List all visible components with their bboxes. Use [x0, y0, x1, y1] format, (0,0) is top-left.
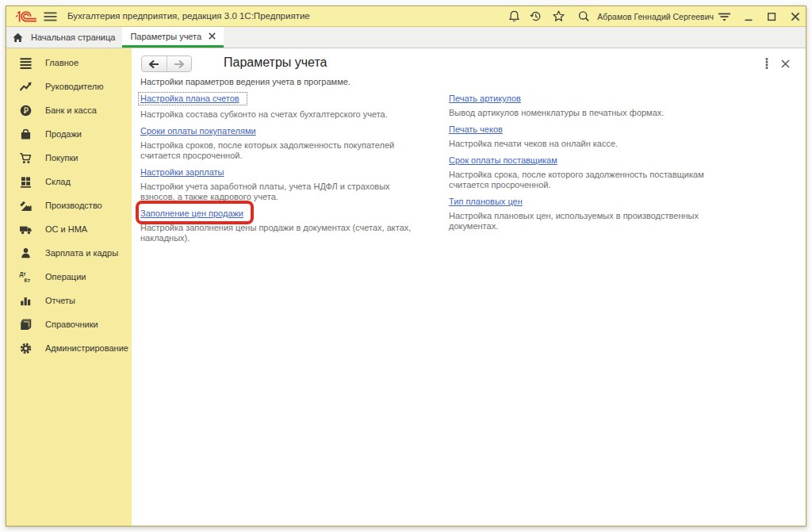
- history-clock-icon[interactable]: [529, 10, 542, 23]
- titlebar-right-cluster: Абрамов Геннадий Сергеевич: [508, 6, 806, 26]
- sidebar-item-label: Склад: [45, 177, 71, 186]
- favorites-star-icon[interactable]: [552, 10, 565, 23]
- user-name[interactable]: Абрамов Геннадий Сергеевич: [597, 12, 714, 21]
- svg-text:Дт: Дт: [20, 271, 27, 277]
- gear-icon: [19, 342, 33, 355]
- maximize-button[interactable]: [765, 10, 778, 23]
- settings-column-left: Настройка плана счетовНастройка состава …: [140, 93, 440, 249]
- settings-item: Заполнение цен продажиНастройка заполнен…: [140, 208, 440, 243]
- tab-home[interactable]: Начальная страница: [6, 27, 122, 48]
- settings-item: Срок оплаты поставщикамНастройка срока, …: [449, 155, 749, 190]
- 1c-logo: [15, 11, 37, 25]
- sidebar-item-1[interactable]: Главное: [6, 51, 132, 75]
- notifications-bell-icon[interactable]: [508, 10, 521, 23]
- sidebar-item-label: Зарплата и кадры: [45, 248, 118, 258]
- settings-item: Настройка плана счетовНастройка состава …: [140, 92, 440, 120]
- sidebar-item-7[interactable]: Производство: [6, 193, 132, 217]
- bag-icon: [19, 128, 33, 141]
- sidebar-item-label: Главное: [45, 58, 79, 67]
- cart-icon: [19, 151, 33, 165]
- settings-item: Настройки зарплатыНастройки учета зарабо…: [140, 166, 440, 202]
- settings-description: Настройки учета заработной платы, учета …: [140, 182, 440, 202]
- highlighted-link-wrapper: Заполнение цен продажи: [140, 208, 243, 220]
- tab-active[interactable]: Параметры учета: [122, 27, 224, 48]
- main-area: ГлавноеРуководителюБанк и кассаПродажиПо…: [6, 48, 806, 526]
- tab-active-label: Параметры учета: [130, 32, 201, 41]
- settings-column-right: Печать артикуловВывод артикулов номенкла…: [449, 93, 749, 237]
- sidebar-item-2[interactable]: Руководителю: [6, 75, 132, 98]
- window-title: Бухгалтерия предприятия, редакция 3.0 1С…: [67, 6, 310, 26]
- forward-button[interactable]: [167, 56, 192, 71]
- svg-text:Кт: Кт: [25, 277, 31, 283]
- warehouse-icon: [19, 175, 33, 189]
- settings-description: Настройка плановых цен, используемых в п…: [449, 211, 749, 232]
- settings-description: Настройка срока, после которого задолжен…: [449, 170, 749, 190]
- trend-up-icon: [19, 80, 33, 94]
- settings-description: Настройка заполнения цены продажи в доку…: [140, 223, 440, 243]
- page-subtitle: Настройки параметров ведения учета в про…: [140, 76, 350, 88]
- sidebar-item-3[interactable]: Банк и касса: [6, 98, 132, 122]
- settings-item: Тип плановых ценНастройка плановых цен, …: [449, 196, 749, 232]
- back-button[interactable]: [142, 56, 167, 71]
- settings-link[interactable]: Сроки оплаты покупателями: [140, 125, 256, 137]
- settings-item: Печать артикуловВывод артикулов номенкла…: [449, 93, 749, 118]
- settings-item: Печать чековНастройка печати чеков на он…: [449, 124, 749, 149]
- sidebar-item-label: Покупки: [45, 153, 78, 163]
- sidebar-item-4[interactable]: Продажи: [6, 122, 132, 146]
- sidebar-item-label: Операции: [45, 272, 86, 281]
- sidebar-item-12[interactable]: Справочники: [6, 312, 132, 336]
- sidebar-item-label: Отчеты: [45, 296, 75, 305]
- service-settings-icon[interactable]: [718, 10, 731, 23]
- settings-description: Настройка печати чеков на онлайн кассе.: [449, 139, 749, 149]
- nav-buttons: [141, 55, 192, 72]
- window-close-button[interactable]: [789, 10, 802, 23]
- settings-link[interactable]: Печать артикулов: [449, 93, 521, 105]
- settings-link[interactable]: Заполнение цен продажи: [140, 208, 243, 220]
- tab-close-icon[interactable]: [209, 33, 216, 40]
- more-dots-icon[interactable]: [761, 58, 772, 69]
- sidebar-item-label: Руководителю: [45, 82, 103, 91]
- tabbar: Начальная страница Параметры учета: [6, 27, 806, 48]
- sidebar-item-label: Производство: [45, 201, 102, 210]
- settings-description: Настройка сроков, после которых задолжен…: [140, 140, 440, 161]
- settings-link[interactable]: Настройки зарплаты: [140, 166, 224, 178]
- sidebar-item-5[interactable]: Покупки: [6, 146, 132, 170]
- menu-lines-icon: [19, 56, 33, 70]
- sidebar-item-8[interactable]: ОС и НМА: [6, 217, 132, 241]
- settings-link[interactable]: Настройка плана счетов: [140, 93, 239, 105]
- content-panel: Параметры учета Настройки параметров вед…: [132, 48, 806, 526]
- sidebar-item-9[interactable]: Зарплата и кадры: [6, 241, 132, 265]
- sidebar-item-label: Продажи: [45, 129, 82, 139]
- factory-icon: [19, 199, 33, 212]
- sidebar: ГлавноеРуководителюБанк и кассаПродажиПо…: [6, 48, 132, 526]
- main-menu-icon[interactable]: [44, 10, 57, 23]
- search-icon[interactable]: [577, 10, 591, 23]
- dt-kt-icon: ДтКт: [19, 270, 33, 284]
- minimize-button[interactable]: [742, 10, 755, 23]
- ruble-circle-icon: [19, 104, 33, 117]
- settings-description: Настройка состава субконто на счетах бух…: [140, 109, 440, 120]
- person-icon: [19, 247, 33, 260]
- settings-description: Вывод артикулов номенклатуры в печатных …: [449, 108, 749, 118]
- sidebar-item-label: Справочники: [45, 320, 98, 329]
- form-close-icon[interactable]: [780, 58, 791, 68]
- sidebar-item-label: Банк и касса: [45, 105, 97, 115]
- focus-outline: Настройка плана счетов: [138, 92, 247, 105]
- sidebar-item-label: ОС и НМА: [45, 224, 87, 234]
- books-icon: [19, 318, 33, 331]
- app-window: Бухгалтерия предприятия, редакция 3.0 1С…: [6, 6, 806, 526]
- settings-link[interactable]: Печать чеков: [449, 124, 503, 136]
- home-icon: [13, 33, 23, 43]
- truck-icon: [19, 223, 33, 236]
- tab-home-label: Начальная страница: [31, 33, 115, 42]
- settings-link[interactable]: Срок оплаты поставщикам: [449, 155, 557, 166]
- sidebar-item-label: Администрирование: [45, 343, 128, 353]
- sidebar-item-10[interactable]: ДтКтОперации: [6, 265, 132, 289]
- sidebar-item-13[interactable]: Администрирование: [6, 336, 132, 360]
- titlebar: Бухгалтерия предприятия, редакция 3.0 1С…: [6, 6, 806, 27]
- bar-chart-icon: [19, 294, 33, 308]
- sidebar-item-6[interactable]: Склад: [6, 170, 132, 193]
- sidebar-item-11[interactable]: Отчеты: [6, 289, 132, 312]
- settings-link[interactable]: Тип плановых цен: [449, 196, 523, 208]
- settings-item: Сроки оплаты покупателямиНастройка сроко…: [140, 125, 440, 161]
